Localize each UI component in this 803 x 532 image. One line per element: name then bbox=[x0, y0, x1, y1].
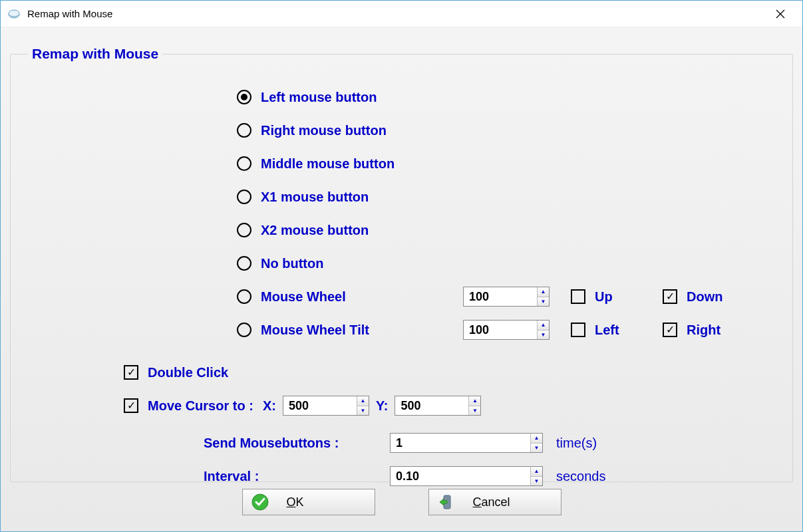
remap-group: Remap with Mouse Left mouse button Right… bbox=[10, 46, 793, 482]
cancel-button[interactable]: Cancel bbox=[428, 489, 562, 515]
content: Remap with Mouse Left mouse button Right… bbox=[10, 33, 793, 522]
radio-icon bbox=[237, 90, 251, 104]
radio-icon bbox=[237, 156, 251, 171]
radio-label: X2 mouse button bbox=[261, 223, 369, 238]
radio-left[interactable]: Left mouse button bbox=[237, 80, 779, 114]
tilt-right-checkbox[interactable]: ✓ Right bbox=[663, 323, 721, 338]
radio-list: Left mouse button Right mouse button Mid… bbox=[237, 80, 779, 346]
spinner-buttons[interactable]: ▲▼ bbox=[468, 396, 480, 415]
interval-spinner[interactable]: ▲▼ bbox=[390, 466, 543, 486]
move-cursor-row: ✓ Move Cursor to : X: ▲▼ Y: ▲▼ bbox=[124, 389, 779, 422]
send-mb-input[interactable] bbox=[391, 435, 530, 452]
send-mb-spinner[interactable]: ▲▼ bbox=[390, 433, 543, 453]
y-spinner[interactable]: ▲▼ bbox=[395, 396, 481, 416]
checkbox-icon: ✓ bbox=[663, 323, 677, 337]
y-input[interactable] bbox=[395, 398, 468, 414]
radio-label: Mouse Wheel bbox=[261, 289, 346, 305]
radio-right[interactable]: Right mouse button bbox=[237, 114, 779, 147]
close-button[interactable] bbox=[765, 6, 796, 22]
double-click-checkbox[interactable]: ✓ Double Click bbox=[124, 356, 779, 389]
radio-icon bbox=[237, 223, 251, 237]
wheel-down-checkbox[interactable]: ✓ Down bbox=[663, 289, 723, 305]
radio-wheel[interactable]: Mouse Wheel ▲▼ Up ✓ Down bbox=[237, 280, 779, 313]
radio-icon bbox=[237, 323, 251, 337]
tilt-value-spinner[interactable]: ▲▼ bbox=[463, 320, 550, 340]
radio-x2[interactable]: X2 mouse button bbox=[237, 213, 779, 247]
x-label: X: bbox=[263, 398, 276, 414]
button-bar: OK Cancel bbox=[10, 487, 793, 517]
checkbox-icon bbox=[571, 323, 585, 337]
interval-input[interactable] bbox=[391, 468, 530, 485]
checkbox-icon: ✓ bbox=[124, 365, 138, 380]
checkbox-label: Left bbox=[595, 323, 619, 338]
radio-tilt[interactable]: Mouse Wheel Tilt ▲▼ Left ✓ Right bbox=[237, 313, 779, 346]
checkbox-label: Up bbox=[595, 289, 613, 305]
ok-label: OK bbox=[287, 495, 367, 509]
wheel-value-spinner[interactable]: ▲▼ bbox=[463, 287, 550, 307]
y-label: Y: bbox=[376, 398, 389, 414]
spinner-buttons[interactable]: ▲▼ bbox=[530, 467, 542, 485]
wheel-up-checkbox[interactable]: Up bbox=[571, 289, 613, 305]
radio-label: No button bbox=[261, 256, 323, 271]
checkbox-icon bbox=[571, 289, 585, 304]
app-icon bbox=[7, 7, 21, 21]
spinner-buttons[interactable]: ▲▼ bbox=[537, 287, 549, 306]
radio-icon bbox=[237, 123, 251, 138]
radio-icon bbox=[237, 190, 251, 204]
spinner-buttons[interactable]: ▲▼ bbox=[537, 321, 549, 339]
cancel-icon bbox=[437, 493, 456, 511]
ok-button[interactable]: OK bbox=[242, 489, 375, 515]
tilt-left-checkbox[interactable]: Left bbox=[571, 323, 619, 338]
x-spinner[interactable]: ▲▼ bbox=[283, 396, 369, 416]
checkbox-label: Right bbox=[687, 323, 721, 338]
window-title: Remap with Mouse bbox=[27, 8, 112, 19]
radio-x1[interactable]: X1 mouse button bbox=[237, 180, 779, 213]
send-mb-row: Send Mousebuttons : ▲▼ time(s) bbox=[204, 426, 779, 460]
wheel-value-input[interactable] bbox=[464, 289, 537, 305]
interval-label: Interval : bbox=[204, 469, 377, 484]
radio-label: X1 mouse button bbox=[261, 190, 369, 205]
checkbox-label: Move Cursor to : bbox=[148, 398, 253, 414]
checkbox-label: Down bbox=[687, 289, 723, 305]
checkbox-label: Double Click bbox=[148, 365, 228, 380]
radio-label: Left mouse button bbox=[261, 90, 377, 105]
radio-label: Right mouse button bbox=[261, 123, 387, 138]
radio-icon bbox=[237, 256, 251, 271]
group-legend: Remap with Mouse bbox=[28, 46, 162, 62]
radio-middle[interactable]: Middle mouse button bbox=[237, 147, 779, 180]
x-input[interactable] bbox=[283, 398, 357, 414]
options-block: ✓ Double Click ✓ Move Cursor to : X: ▲▼ … bbox=[124, 356, 779, 493]
checkbox-icon: ✓ bbox=[663, 289, 677, 304]
cancel-label: Cancel bbox=[473, 495, 553, 509]
radio-icon bbox=[237, 289, 251, 304]
title-bar: Remap with Mouse bbox=[1, 1, 802, 27]
move-cursor-checkbox[interactable]: ✓ bbox=[124, 398, 138, 413]
spinner-buttons[interactable]: ▲▼ bbox=[530, 434, 542, 452]
svg-point-1 bbox=[9, 10, 19, 17]
send-mb-unit: time(s) bbox=[556, 436, 597, 451]
send-mb-label: Send Mousebuttons : bbox=[204, 436, 377, 451]
spinner-buttons[interactable]: ▲▼ bbox=[357, 396, 369, 415]
radio-label: Mouse Wheel Tilt bbox=[261, 323, 369, 338]
radio-none[interactable]: No button bbox=[237, 247, 779, 280]
radio-label: Middle mouse button bbox=[261, 156, 395, 172]
ok-icon bbox=[251, 493, 269, 511]
window: Remap with Mouse Remap with Mouse Left m… bbox=[0, 0, 803, 532]
interval-unit: seconds bbox=[556, 469, 606, 484]
tilt-value-input[interactable] bbox=[464, 322, 537, 338]
